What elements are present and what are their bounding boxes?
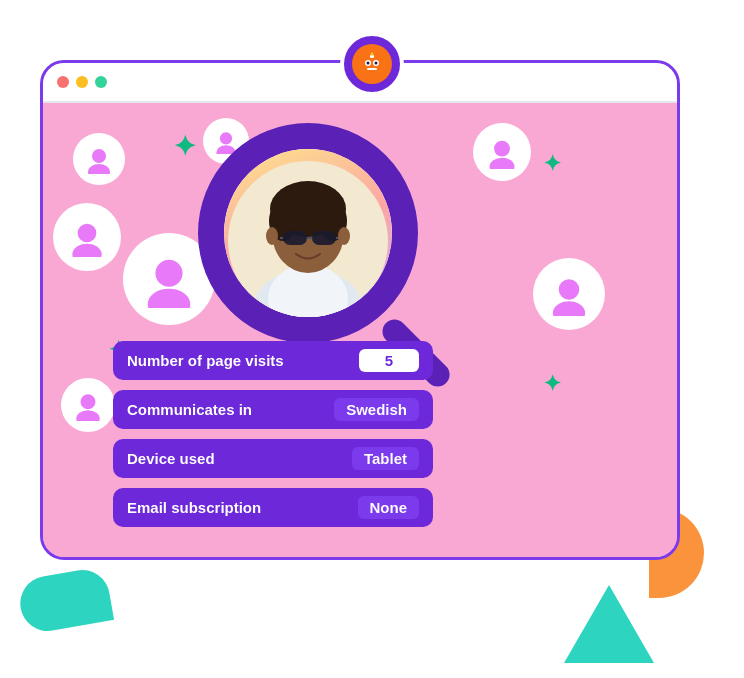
communicates-label: Communicates in bbox=[127, 401, 324, 418]
email-label: Email subscription bbox=[127, 499, 348, 516]
robot-icon-svg bbox=[358, 50, 386, 78]
svg-point-18 bbox=[494, 141, 510, 157]
sparkle-1: ✦ bbox=[173, 133, 196, 161]
user-icon-7 bbox=[547, 272, 591, 316]
info-card-communicates: Communicates in Swedish bbox=[113, 390, 433, 429]
device-label: Device used bbox=[127, 450, 342, 467]
triangle-decoration bbox=[564, 585, 654, 663]
svg-point-4 bbox=[375, 62, 378, 65]
dot-yellow bbox=[76, 76, 88, 88]
info-cards-container: Number of page visits 5 Communicates in … bbox=[113, 341, 433, 527]
browser-window: ✦ bbox=[40, 60, 680, 560]
scene: ✦ bbox=[0, 0, 744, 678]
svg-point-35 bbox=[338, 227, 350, 245]
dot-red bbox=[57, 76, 69, 88]
info-card-email: Email subscription None bbox=[113, 488, 433, 527]
dot-green bbox=[95, 76, 107, 88]
user-icon-6 bbox=[485, 135, 519, 169]
user-circle-3 bbox=[53, 203, 121, 271]
svg-point-12 bbox=[78, 224, 97, 243]
svg-rect-29 bbox=[283, 231, 307, 245]
person-photo bbox=[224, 146, 392, 321]
browser-content: ✦ bbox=[43, 103, 677, 557]
person-svg bbox=[228, 161, 388, 321]
magnifier-lens bbox=[198, 123, 418, 343]
svg-point-34 bbox=[266, 227, 278, 245]
info-card-page-visits: Number of page visits 5 bbox=[113, 341, 433, 380]
email-value: None bbox=[358, 496, 420, 519]
svg-point-13 bbox=[72, 244, 101, 257]
user-circle-1 bbox=[73, 133, 125, 185]
page-visits-label: Number of page visits bbox=[127, 352, 349, 369]
teal-decoration bbox=[16, 566, 114, 636]
user-circle-7 bbox=[533, 258, 605, 330]
user-icon-1 bbox=[84, 144, 114, 174]
svg-rect-5 bbox=[367, 68, 377, 70]
robot-avatar bbox=[340, 32, 404, 96]
user-circle-5 bbox=[61, 378, 115, 432]
info-card-device: Device used Tablet bbox=[113, 439, 433, 478]
svg-point-7 bbox=[371, 53, 374, 56]
sparkle-3: ✦ bbox=[543, 153, 561, 175]
user-icon-5 bbox=[72, 389, 104, 421]
svg-rect-30 bbox=[312, 231, 336, 245]
robot-face bbox=[352, 44, 392, 84]
svg-point-15 bbox=[148, 289, 191, 308]
svg-point-16 bbox=[81, 394, 96, 409]
communicates-value: Swedish bbox=[334, 398, 419, 421]
user-icon-3 bbox=[67, 217, 107, 257]
svg-point-19 bbox=[490, 158, 515, 169]
user-circle-6 bbox=[473, 123, 531, 181]
svg-point-14 bbox=[155, 260, 182, 287]
page-visits-value: 5 bbox=[359, 349, 419, 372]
svg-point-8 bbox=[92, 149, 106, 163]
user-icon-4 bbox=[140, 250, 198, 308]
svg-point-17 bbox=[76, 410, 99, 421]
svg-point-21 bbox=[553, 301, 585, 316]
device-value: Tablet bbox=[352, 447, 419, 470]
svg-point-3 bbox=[367, 62, 370, 65]
sparkle-4: ✦ bbox=[543, 373, 561, 395]
svg-point-9 bbox=[88, 164, 110, 174]
svg-point-20 bbox=[559, 279, 580, 300]
